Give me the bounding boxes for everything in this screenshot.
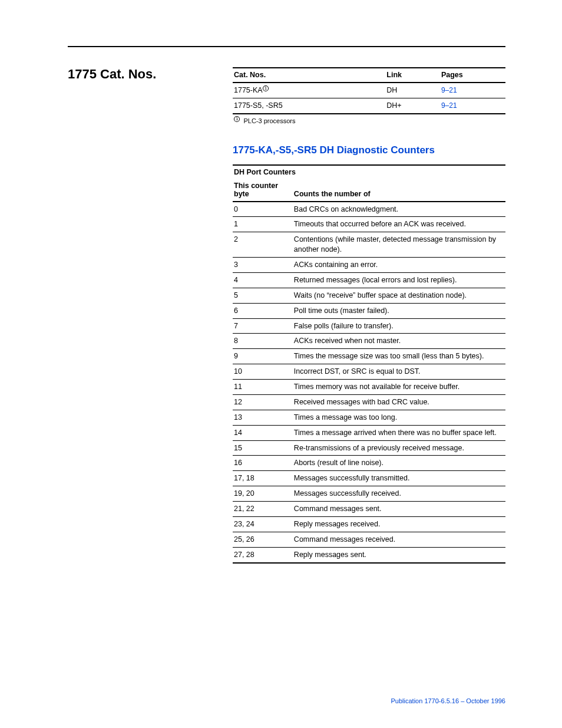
counter-byte-cell: 0 bbox=[233, 202, 293, 217]
dh-header-group: DH Port Counters bbox=[233, 165, 505, 179]
cat-nos-header-catnos: Cat. Nos. bbox=[233, 68, 385, 83]
counter-byte-cell: 9 bbox=[233, 349, 293, 364]
cat-nos-table: Cat. Nos. Link Pages 1775-KA1 DH 9–21 bbox=[233, 67, 505, 114]
counter-byte-cell: 10 bbox=[233, 364, 293, 380]
counter-byte-cell: 7 bbox=[233, 318, 293, 334]
counter-byte-cell: 1 bbox=[233, 217, 293, 232]
counter-desc-cell: Times the message size was too small (le… bbox=[293, 349, 505, 364]
counter-desc-cell: Reply messages sent. bbox=[293, 547, 505, 562]
table-row: 16Aborts (result of line noise). bbox=[233, 456, 505, 471]
counter-desc-cell: Poll time outs (master failed). bbox=[293, 303, 505, 318]
publication-footer: Publication 1770-6.5.16 – October 1996 bbox=[391, 697, 505, 704]
counter-desc-cell: Messages successfully transmitted. bbox=[293, 471, 505, 486]
counter-desc-cell: Times memory was not available for recei… bbox=[293, 380, 505, 395]
cat-nos-footnote: 1PLC-3 processors bbox=[233, 114, 505, 124]
table-row: 13Times a message was too long. bbox=[233, 410, 505, 425]
footnote-marker-icon: 1 bbox=[234, 116, 240, 122]
counter-byte-cell: 8 bbox=[233, 334, 293, 349]
table-row: 1775-S5, -SR5 DH+ 9–21 bbox=[233, 98, 505, 114]
counter-byte-cell: 25, 26 bbox=[233, 532, 293, 547]
counter-byte-cell: 2 bbox=[233, 232, 293, 258]
counter-desc-cell: Times a message arrived when there was n… bbox=[293, 425, 505, 440]
table-row: 4Returned messages (local errors and los… bbox=[233, 272, 505, 288]
content-columns: 1775 Cat. Nos. Cat. Nos. Link Pages 1775… bbox=[68, 67, 505, 564]
link-cell: DH+ bbox=[385, 98, 440, 114]
table-row: 23, 24Reply messages received. bbox=[233, 516, 505, 532]
counter-byte-cell: 4 bbox=[233, 272, 293, 288]
dh-header-row: This counter byte Counts the number of bbox=[233, 179, 505, 202]
counter-byte-cell: 27, 28 bbox=[233, 547, 293, 562]
counter-byte-cell: 15 bbox=[233, 440, 293, 456]
counter-desc-cell: Waits (no “receive” buffer space at dest… bbox=[293, 288, 505, 303]
table-row: 7False polls (failure to transfer). bbox=[233, 318, 505, 334]
counter-desc-cell: Returned messages (local errors and lost… bbox=[293, 272, 505, 288]
table-row: 14Times a message arrived when there was… bbox=[233, 425, 505, 440]
table-row: 3ACKs containing an error. bbox=[233, 258, 505, 273]
table-row: 8ACKs received when not master. bbox=[233, 334, 505, 349]
dh-port-counters-table: DH Port Counters This counter byte Count… bbox=[233, 164, 505, 564]
dh-header-group-row: DH Port Counters bbox=[233, 165, 505, 179]
counter-desc-cell: ACKs containing an error. bbox=[293, 258, 505, 273]
table-row: 5Waits (no “receive” buffer space at des… bbox=[233, 288, 505, 303]
section-title: 1775 Cat. Nos. bbox=[68, 67, 233, 81]
footnote-ref-icon: 1 bbox=[263, 85, 269, 91]
table-row: 6Poll time outs (master failed). bbox=[233, 303, 505, 318]
table-row: 25, 26Command messages received. bbox=[233, 532, 505, 547]
table-row: 19, 20Messages successfully received. bbox=[233, 486, 505, 502]
table-row: 12Received messages with bad CRC value. bbox=[233, 394, 505, 410]
counter-byte-cell: 19, 20 bbox=[233, 486, 293, 502]
counter-byte-cell: 6 bbox=[233, 303, 293, 318]
table-row: 1Timeouts that occurred before an ACK wa… bbox=[233, 217, 505, 232]
page-link[interactable]: 9–21 bbox=[441, 86, 457, 94]
table-row: 11Times memory was not available for rec… bbox=[233, 380, 505, 395]
cat-nos-header-pages: Pages bbox=[440, 68, 505, 83]
cat-no-name: 1775-KA bbox=[234, 86, 263, 94]
counter-byte-cell: 21, 22 bbox=[233, 502, 293, 517]
page: 1775 Cat. Nos. Cat. Nos. Link Pages 1775… bbox=[0, 0, 562, 728]
counter-desc-cell: Command messages sent. bbox=[293, 502, 505, 517]
counter-byte-cell: 13 bbox=[233, 410, 293, 425]
table-row: 9Times the message size was too small (l… bbox=[233, 349, 505, 364]
page-link[interactable]: 9–21 bbox=[441, 101, 457, 110]
table-row: 27, 28Reply messages sent. bbox=[233, 547, 505, 562]
counter-byte-cell: 16 bbox=[233, 456, 293, 471]
counter-byte-cell: 11 bbox=[233, 380, 293, 395]
table-row: 15Re-transmissions of a previously recei… bbox=[233, 440, 505, 456]
counter-desc-cell: Aborts (result of line noise). bbox=[293, 456, 505, 471]
counter-byte-cell: 14 bbox=[233, 425, 293, 440]
cat-nos-header-row: Cat. Nos. Link Pages bbox=[233, 68, 505, 83]
table-row: 0Bad CRCs on acknowledgment. bbox=[233, 202, 505, 217]
pages-cell: 9–21 bbox=[440, 98, 505, 114]
right-column: Cat. Nos. Link Pages 1775-KA1 DH 9–21 bbox=[233, 67, 505, 564]
top-rule bbox=[68, 46, 505, 47]
sub-heading: 1775-KA,-S5,-SR5 DH Diagnostic Counters bbox=[233, 144, 505, 156]
table-row: 21, 22Command messages sent. bbox=[233, 502, 505, 517]
cat-nos-header-link: Link bbox=[385, 68, 440, 83]
dh-header-byte: This counter byte bbox=[233, 179, 293, 202]
table-row: 2Contentions (while master, detected mes… bbox=[233, 232, 505, 258]
counter-desc-cell: Incorrect DST, or SRC is equal to DST. bbox=[293, 364, 505, 380]
counter-desc-cell: Messages successfully received. bbox=[293, 486, 505, 502]
table-row: 1775-KA1 DH 9–21 bbox=[233, 83, 505, 98]
counter-desc-cell: Timeouts that occurred before an ACK was… bbox=[293, 217, 505, 232]
counter-byte-cell: 23, 24 bbox=[233, 516, 293, 532]
link-cell: DH bbox=[385, 83, 440, 98]
counter-desc-cell: Bad CRCs on acknowledgment. bbox=[293, 202, 505, 217]
counter-byte-cell: 12 bbox=[233, 394, 293, 410]
counter-desc-cell: Times a message was too long. bbox=[293, 410, 505, 425]
footnote-text: PLC-3 processors bbox=[243, 117, 295, 124]
counter-desc-cell: Contentions (while master, detected mess… bbox=[293, 232, 505, 258]
dh-table-body: 0Bad CRCs on acknowledgment.1Timeouts th… bbox=[233, 202, 505, 563]
cat-no-cell: 1775-KA1 bbox=[233, 83, 385, 98]
dh-header-count: Counts the number of bbox=[293, 179, 505, 202]
counter-byte-cell: 3 bbox=[233, 258, 293, 273]
counter-desc-cell: Command messages received. bbox=[293, 532, 505, 547]
counter-desc-cell: Received messages with bad CRC value. bbox=[293, 394, 505, 410]
table-row: 17, 18Messages successfully transmitted. bbox=[233, 471, 505, 486]
counter-desc-cell: Re-transmissions of a previously receive… bbox=[293, 440, 505, 456]
pages-cell: 9–21 bbox=[440, 83, 505, 98]
cat-no-cell: 1775-S5, -SR5 bbox=[233, 98, 385, 114]
counter-byte-cell: 5 bbox=[233, 288, 293, 303]
left-column: 1775 Cat. Nos. bbox=[68, 67, 233, 81]
counter-byte-cell: 17, 18 bbox=[233, 471, 293, 486]
